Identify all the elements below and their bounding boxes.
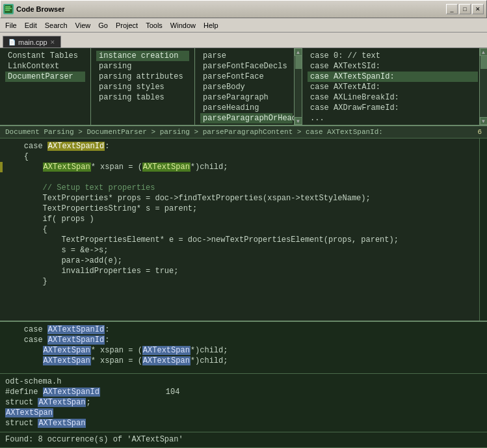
menu-edit[interactable]: Edit bbox=[21, 20, 41, 31]
svg-rect-0 bbox=[5, 5, 12, 13]
tab-label: main.cpp bbox=[18, 38, 47, 46]
tab-bar: 📄 main.cpp ✕ bbox=[0, 33, 487, 48]
scroll-track-4[interactable] bbox=[480, 56, 487, 117]
nav-item-parse[interactable]: parse bbox=[200, 51, 293, 61]
main-content: Constant Tables LinkContext DocumentPars… bbox=[0, 48, 487, 448]
breadcrumb-line-number: 6 bbox=[477, 128, 482, 136]
minimize-button[interactable]: _ bbox=[446, 4, 458, 14]
ref-highlight-1: AXTextSpanId bbox=[47, 325, 105, 334]
nav-item-parseparagraphorheading[interactable]: parseParagraphOrHeading... bbox=[200, 113, 293, 124]
svg-rect-1 bbox=[5, 7, 10, 7]
window-title: Code Browser bbox=[16, 5, 445, 13]
menu-project[interactable]: Project bbox=[112, 20, 142, 31]
ref-highlight-4: AXTextSpan bbox=[142, 346, 191, 355]
nav-item-case0[interactable]: case 0: // text bbox=[308, 51, 478, 61]
nav-col-1: Constant Tables LinkContext DocumentPars… bbox=[0, 48, 91, 125]
nav-item-document-parser[interactable]: DocumentParser bbox=[5, 72, 85, 82]
nav-col-3: parse parseFontFaceDecls parseFontFace p… bbox=[195, 48, 302, 125]
code-line-3: AXTextSpan* xspan = (AXTextSpan*)child; bbox=[5, 162, 482, 172]
scroll-up-btn[interactable]: ▲ bbox=[295, 48, 302, 56]
nav-item-more[interactable]: ... bbox=[308, 113, 478, 124]
menu-file[interactable]: File bbox=[1, 20, 21, 31]
nav-col4-scrollbar[interactable]: ▲ ▼ bbox=[479, 48, 487, 125]
nav-item-case-axtextaid[interactable]: case AXTextAId: bbox=[308, 82, 478, 92]
nav-item-parsefontface[interactable]: parseFontFace bbox=[200, 72, 293, 82]
app-icon bbox=[3, 4, 14, 14]
highlight-axtextspan-1: AXTextSpan bbox=[43, 163, 91, 172]
svg-rect-2 bbox=[5, 8, 12, 9]
code-line-14: } bbox=[5, 276, 482, 287]
highlight-axtextspan-2: AXTextSpan bbox=[142, 163, 191, 172]
scroll-thumb-4[interactable] bbox=[480, 56, 487, 69]
nav-item-parsing-tables[interactable]: parsing tables bbox=[96, 92, 189, 103]
nav-item-parseheading[interactable]: parseHeading bbox=[200, 103, 293, 113]
nav-item-parsing-styles[interactable]: parsing styles bbox=[96, 82, 189, 92]
nav-item-link-context[interactable]: LinkContext bbox=[5, 61, 85, 72]
menu-bar: File Edit Search View Go Project Tools W… bbox=[0, 18, 487, 33]
nav-panel: Constant Tables LinkContext DocumentPars… bbox=[0, 48, 487, 126]
nav-item-parsefontfacedecls[interactable]: parseFontFaceDecls bbox=[200, 61, 293, 72]
scroll-down-btn[interactable]: ▼ bbox=[295, 117, 302, 125]
code-line-8: if( props ) bbox=[5, 214, 482, 224]
code-line-4 bbox=[5, 172, 482, 183]
nav-item-parsing[interactable]: parsing bbox=[96, 61, 189, 72]
tab-close-button[interactable]: ✕ bbox=[50, 39, 55, 46]
code-line-10: TextPropertiesElement* e = doc->newTextP… bbox=[5, 235, 482, 245]
ref-highlight-6: AXTextSpan bbox=[142, 356, 191, 365]
scroll-down-btn-4[interactable]: ▼ bbox=[480, 117, 488, 125]
code-line-7: TextPropertiesString* s = parent; bbox=[5, 204, 482, 214]
def-line-2: struct AXTextSpan; bbox=[5, 397, 482, 408]
nav-item-case-axdrawframeid[interactable]: case AXDrawFrameId: bbox=[308, 103, 478, 113]
menu-help[interactable]: Help bbox=[200, 20, 222, 31]
ref-line-4: AXTextSpan* xspan = (AXTextSpan*)child; bbox=[5, 356, 482, 366]
scroll-track[interactable] bbox=[295, 56, 302, 117]
breadcrumb-path: Document Parsing > DocumentParser > pars… bbox=[5, 128, 383, 136]
scroll-thumb[interactable] bbox=[295, 56, 302, 69]
nav-item-case-axlinebreakid[interactable]: case AXLineBreakId: bbox=[308, 92, 478, 103]
bottom-panels: case AXTextSpanId: case AXTextSpanId: AX… bbox=[0, 321, 487, 448]
breadcrumb: Document Parsing > DocumentParser > pars… bbox=[0, 126, 487, 138]
ref-highlight-5: AXTextSpan bbox=[43, 356, 91, 365]
nav-col-4: case 0: // text case AXTextSId: case AXT… bbox=[302, 48, 487, 125]
nav-col3-scrollbar[interactable]: ▲ ▼ bbox=[294, 48, 302, 125]
menu-view[interactable]: View bbox=[72, 20, 95, 31]
search-panel: Found: 8 occurrence(s) of 'AXTextSpan' bbox=[0, 432, 487, 448]
code-scrollbar[interactable] bbox=[479, 138, 487, 321]
menu-window[interactable]: Window bbox=[166, 20, 200, 31]
nav-item-case-axtextsid[interactable]: case AXTextSId: bbox=[308, 61, 478, 72]
maximize-button[interactable]: □ bbox=[459, 4, 471, 14]
svg-rect-3 bbox=[5, 10, 10, 10]
tab-main-cpp[interactable]: 📄 main.cpp ✕ bbox=[3, 36, 61, 47]
def-highlight-3: AXTextSpan bbox=[5, 408, 53, 417]
nav-col-2: instance creation parsing parsing attrib… bbox=[91, 48, 195, 125]
nav-item-constant-tables[interactable]: Constant Tables bbox=[5, 51, 85, 61]
code-line-2: { bbox=[5, 152, 482, 162]
nav-item-parseparagraph[interactable]: parseParagraph bbox=[200, 92, 293, 103]
menu-tools[interactable]: Tools bbox=[142, 20, 166, 31]
nav-item-instance-creation[interactable]: instance creation bbox=[96, 51, 189, 61]
line-indicator bbox=[0, 162, 3, 172]
scroll-up-btn-4[interactable]: ▲ bbox=[480, 48, 488, 56]
ref-highlight-2: AXTextSpanId bbox=[47, 336, 105, 345]
nav-item-case-axtextspanid[interactable]: case AXTextSpanId: bbox=[308, 72, 478, 82]
def-highlight-1: AXTextSpanId bbox=[43, 388, 100, 397]
close-button[interactable]: ✕ bbox=[472, 4, 484, 14]
code-line-11: s = &e->s; bbox=[5, 245, 482, 256]
search-result-text: Found: 8 occurrence(s) of 'AXTextSpan' bbox=[5, 435, 482, 444]
title-bar: Code Browser _ □ ✕ bbox=[0, 0, 487, 18]
code-line-9: { bbox=[5, 224, 482, 235]
code-line-12: para->add(e); bbox=[5, 256, 482, 266]
nav-item-parsebody[interactable]: parseBody bbox=[200, 82, 293, 92]
ref-line-2: case AXTextSpanId: bbox=[5, 335, 482, 345]
ref-highlight-3: AXTextSpan bbox=[43, 346, 91, 355]
def-filename: odt-schema.h bbox=[5, 376, 482, 387]
menu-go[interactable]: Go bbox=[94, 20, 112, 31]
code-editor[interactable]: case AXTextSpanId: { AXTextSpan* xspan =… bbox=[0, 138, 487, 321]
def-highlight-2: AXTextSpan bbox=[38, 398, 86, 407]
ref-line-3: AXTextSpan* xspan = (AXTextSpan*)child; bbox=[5, 345, 482, 356]
nav-item-parsing-attributes[interactable]: parsing attributes bbox=[96, 72, 189, 82]
ref-line-1: case AXTextSpanId: bbox=[5, 324, 482, 335]
code-line-1: case AXTextSpanId: bbox=[5, 141, 482, 152]
menu-search[interactable]: Search bbox=[41, 20, 72, 31]
def-line-1: #define AXTextSpanId 104 bbox=[5, 387, 482, 397]
